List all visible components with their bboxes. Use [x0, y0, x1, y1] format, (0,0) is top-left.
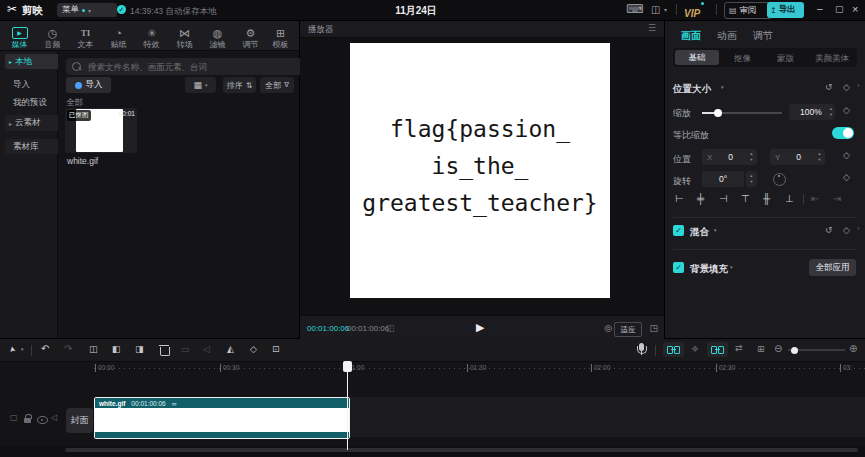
- align-left-icon[interactable]: ⊢: [675, 193, 684, 204]
- distribute-v-icon[interactable]: ⇥: [833, 193, 841, 204]
- crop-icon[interactable]: ⊡: [272, 344, 280, 354]
- track-lock-icon[interactable]: [24, 418, 31, 423]
- rotation-stepper[interactable]: ▴ ▾: [746, 171, 757, 187]
- position-size-caret-icon[interactable]: ▾: [721, 84, 724, 90]
- tab-adjust[interactable]: ⚙ 调节: [234, 24, 267, 52]
- background-fill-checkbox[interactable]: ✓: [673, 262, 684, 273]
- subtab-basic[interactable]: 基础: [675, 50, 719, 65]
- fullscreen-icon[interactable]: ◳: [649, 323, 658, 333]
- scale-slider-handle[interactable]: [714, 109, 722, 117]
- tab-text[interactable]: TI 文本: [69, 24, 102, 52]
- search-input[interactable]: [86, 61, 299, 73]
- position-size-reset-icon[interactable]: ↺: [825, 82, 833, 92]
- search-bar[interactable]: [66, 58, 305, 75]
- align-bottom-icon[interactable]: ⊥: [785, 193, 794, 204]
- cover-button[interactable]: 封面: [66, 408, 93, 433]
- subtab-beauty[interactable]: 美颜美体: [815, 53, 849, 65]
- tab-filter[interactable]: ◍ 滤镜: [201, 24, 234, 52]
- play-button[interactable]: ▶: [476, 321, 484, 334]
- vip-badge[interactable]: VIP: [684, 3, 700, 21]
- rotation-keyframe-icon[interactable]: ◇: [843, 172, 850, 182]
- tab-sticker[interactable]: ◔ 贴纸: [102, 24, 135, 52]
- align-center-h-icon[interactable]: ╪: [697, 193, 704, 204]
- sidebar-item-presets[interactable]: 我的预设: [13, 97, 47, 109]
- view-mode-button[interactable]: ▦ ▾: [185, 77, 216, 93]
- playhead-line[interactable]: [347, 361, 348, 450]
- rotation-step-down-icon[interactable]: ▾: [750, 179, 752, 185]
- split-icon[interactable]: ◫: [89, 344, 98, 354]
- linkage-toggle[interactable]: [707, 342, 728, 357]
- subtab-mask[interactable]: 蒙版: [777, 53, 794, 65]
- position-size-keyframe-icon[interactable]: ◇: [843, 82, 850, 92]
- subtab-cutout[interactable]: 抠像: [734, 53, 751, 65]
- redo-icon[interactable]: ↷: [64, 343, 72, 354]
- fit-button[interactable]: 适应: [614, 322, 642, 337]
- timeline-clip[interactable]: white.gif 00:01:00:06 ∞: [94, 397, 350, 439]
- distribute-h-icon[interactable]: ⇤: [811, 193, 819, 204]
- y-step-down-icon[interactable]: ▾: [818, 157, 820, 163]
- sidebar-item-cloud[interactable]: ▸ 云素材: [5, 115, 60, 131]
- shortcuts-icon[interactable]: ⌨: [626, 2, 643, 16]
- player-menu-icon[interactable]: ☰: [648, 23, 656, 33]
- maximize-button[interactable]: ▢: [835, 4, 844, 14]
- track-hide-icon[interactable]: [37, 416, 48, 424]
- layout-caret-icon[interactable]: ▾: [664, 6, 667, 13]
- track-options-icon[interactable]: ▢: [10, 413, 18, 422]
- position-keyframe-icon[interactable]: ◇: [843, 150, 850, 160]
- apply-all-button[interactable]: 全部应用: [809, 259, 856, 276]
- scale-slider[interactable]: [702, 112, 782, 114]
- rotate-tool-icon[interactable]: ◇: [250, 344, 257, 354]
- playhead-handle[interactable]: [343, 361, 352, 372]
- sidebar-item-local[interactable]: ▸ 本地: [5, 54, 60, 69]
- timeline-zoom-slider[interactable]: [788, 349, 845, 351]
- scale-step-down-icon[interactable]: ▾: [830, 112, 832, 118]
- blend-reset-icon[interactable]: ↺: [825, 225, 833, 235]
- select-tool-icon[interactable]: ➤: [7, 345, 17, 353]
- delete-icon[interactable]: [160, 347, 170, 356]
- preview-axis-icon[interactable]: ⇄: [735, 343, 743, 353]
- tab-audio[interactable]: ◷ 音频: [36, 24, 69, 52]
- trim-left-icon[interactable]: ◧: [112, 344, 121, 354]
- track-mute-icon[interactable]: ◁: [51, 413, 57, 422]
- background-caret-icon[interactable]: ▾: [730, 264, 733, 270]
- blend-keyframe-icon[interactable]: ◇: [843, 225, 850, 235]
- zoom-out-icon[interactable]: ⊖: [774, 343, 782, 354]
- minimize-button[interactable]: –: [817, 3, 823, 14]
- scale-stepper[interactable]: ▴ ▾: [830, 106, 832, 118]
- tab-picture[interactable]: 画面: [681, 29, 701, 43]
- align-top-icon[interactable]: ⊤: [741, 193, 750, 204]
- position-y-stepper[interactable]: ▴ ▾: [814, 149, 825, 165]
- tab-effects[interactable]: ✳ 特效: [135, 24, 168, 52]
- x-step-down-icon[interactable]: ▾: [750, 157, 752, 163]
- rotation-knob[interactable]: [773, 173, 786, 186]
- close-button[interactable]: ×: [852, 3, 858, 15]
- menu-button[interactable]: 菜单 ▾: [57, 3, 117, 17]
- main-track-magnet-toggle[interactable]: [663, 342, 684, 357]
- blend-checkbox[interactable]: ✓: [673, 225, 684, 236]
- preview-canvas[interactable]: flag{passion_ is_the_ greatest_teacher}: [350, 43, 610, 298]
- timeline-scale-icon[interactable]: ⊞: [757, 344, 765, 354]
- scale-keyframe-icon[interactable]: ◇: [843, 105, 850, 115]
- trim-right-icon[interactable]: ◨: [135, 344, 144, 354]
- undo-icon[interactable]: ↶: [41, 343, 49, 354]
- align-middle-v-icon[interactable]: ╫: [763, 193, 770, 204]
- reverse-icon[interactable]: ◁: [203, 344, 210, 354]
- review-button[interactable]: ▤ 审阅: [724, 2, 772, 19]
- sort-button[interactable]: 排序 ⇅: [223, 77, 256, 93]
- position-x-stepper[interactable]: ▴ ▾: [746, 149, 757, 165]
- mirror-icon[interactable]: ◭: [227, 344, 234, 354]
- record-voiceover-icon[interactable]: [639, 343, 644, 351]
- select-tool-caret-icon[interactable]: ▾: [21, 346, 24, 352]
- auto-snap-icon[interactable]: ❖: [691, 344, 699, 354]
- align-right-icon[interactable]: ⊣: [719, 193, 728, 204]
- layout-icon[interactable]: ◫: [651, 4, 660, 15]
- horizontal-scrollbar[interactable]: [65, 448, 858, 452]
- zoom-in-icon[interactable]: ⊕: [849, 343, 857, 354]
- import-button[interactable]: 导入: [66, 77, 111, 93]
- tab-adjustment[interactable]: 调节: [753, 29, 773, 43]
- blend-caret-icon[interactable]: ▾: [714, 227, 717, 233]
- sidebar-item-import[interactable]: 导入: [13, 79, 30, 91]
- preview-quality-icon[interactable]: ◎: [604, 323, 612, 333]
- freeze-frame-icon[interactable]: ▭: [181, 344, 190, 354]
- compare-icon[interactable]: ◫: [386, 323, 395, 333]
